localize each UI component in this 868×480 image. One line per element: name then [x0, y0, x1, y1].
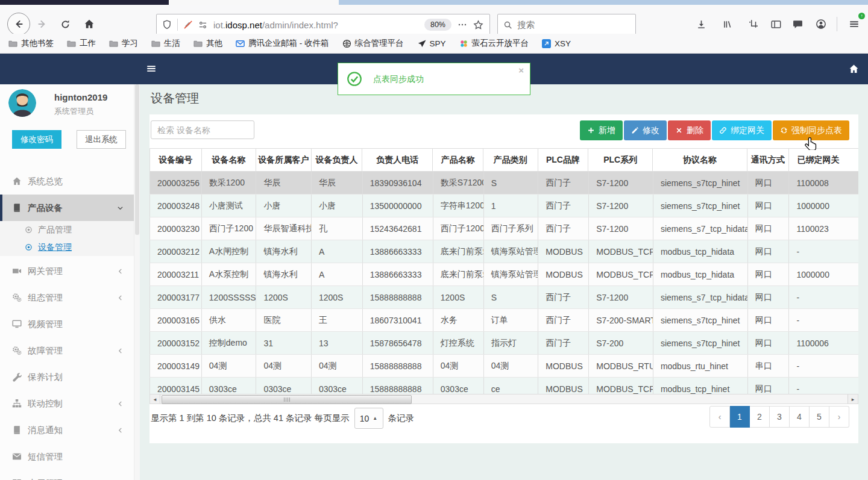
column-header[interactable]: 已绑定网关	[789, 149, 858, 172]
scrollbar-thumb[interactable]	[162, 395, 412, 404]
delete-button[interactable]: 删除	[668, 120, 711, 140]
table-row[interactable]: 200003212A水闸控制镇海水利A13886663333底来门前泵站镇海泵站…	[149, 240, 858, 263]
table-row[interactable]: 20000314904测04测04测1588888888804测04测MODBU…	[149, 355, 858, 378]
change-password-button[interactable]: 修改密码	[12, 130, 61, 149]
shield-icon[interactable]	[162, 20, 172, 30]
bookmark-item[interactable]: 生活	[151, 38, 180, 49]
chevron-left-icon	[116, 267, 124, 275]
table-cell: 18390936104	[363, 172, 433, 194]
column-header[interactable]: 产品名称	[433, 149, 483, 172]
sidebar-item-5[interactable]: 视频管理	[0, 311, 134, 337]
browser-toolbar: iot.idosp.net/admin/index.html? 80% 搜索 ↑	[0, 5, 868, 34]
bookmark-item[interactable]: 综合管理平台	[342, 38, 404, 49]
account-button[interactable]	[811, 14, 831, 34]
next-page-button[interactable]: ›	[829, 406, 849, 428]
screenshot-button[interactable]	[743, 14, 764, 34]
user-name: hignton2019	[54, 92, 107, 102]
column-header[interactable]: 协议名称	[653, 149, 747, 172]
column-header[interactable]: 负责人电话	[362, 149, 433, 172]
page-button-5[interactable]: 5	[810, 406, 829, 428]
table-row[interactable]: 200003230西门子1200华辰智通科技孔15243642681西门子120…	[149, 217, 858, 240]
library-icon	[722, 19, 732, 30]
sidebar-item-1[interactable]: 系统总览	[0, 168, 134, 195]
sidebar-item-9[interactable]: 消息通知	[0, 417, 134, 443]
downloads-button[interactable]	[691, 14, 711, 34]
sidebar-toggle-button[interactable]	[146, 63, 157, 74]
table-row[interactable]: 200003211A水泵控制镇海水利A13886663333底来门前泵站镇海泵站…	[149, 263, 858, 286]
library-button[interactable]	[717, 14, 737, 34]
sidebar-item-11[interactable]: 大屏管理	[0, 470, 134, 480]
sidebar-item-2[interactable]: 产品设备	[0, 195, 134, 221]
table-cell: 控制demo	[202, 332, 257, 354]
table-row[interactable]: 200003152控制demo311315878656478灯控系统指示灯西门子…	[149, 332, 858, 355]
table-cell: 供水	[202, 309, 257, 331]
page-button-4[interactable]: 4	[790, 406, 810, 428]
toast-close-icon[interactable]: ×	[518, 65, 524, 75]
page-size-select[interactable]: 10▲	[354, 408, 383, 429]
bookmark-item[interactable]: 其他书签	[8, 38, 54, 49]
bind-gateway-button[interactable]: 绑定网关	[712, 120, 772, 140]
avatar[interactable]	[8, 89, 36, 117]
permissions-icon[interactable]	[198, 20, 207, 30]
device-panel: 新增修改删除绑定网关强制同步点表 设备编号设备名称设备所属客户设备负责人负责人电…	[149, 114, 858, 443]
sidebar-panel-button[interactable]	[766, 14, 786, 34]
table-cell: -	[789, 309, 858, 331]
app-home-button[interactable]	[849, 64, 859, 74]
horizontal-scrollbar[interactable]: ◂ ▸	[149, 394, 858, 404]
column-header[interactable]: 产品类别	[483, 149, 538, 172]
page-actions-icon[interactable]	[458, 20, 467, 30]
column-header[interactable]: 设备负责人	[312, 149, 363, 172]
sidebar-item-6[interactable]: 故障管理	[0, 337, 134, 364]
bookmark-item[interactable]: SPY	[417, 39, 446, 48]
scroll-right-arrow[interactable]: ▸	[848, 394, 858, 404]
forward-button[interactable]	[31, 13, 53, 35]
page-button-1[interactable]: 1	[730, 406, 750, 428]
sidebar-item-8[interactable]: 联动控制	[0, 390, 134, 417]
sidebar-item-10[interactable]: 短信管理	[0, 443, 134, 470]
column-header[interactable]: 设备名称	[202, 149, 256, 172]
sidebar-subitem[interactable]: 产品管理	[0, 221, 134, 238]
sidebar-scrollbar[interactable]	[134, 84, 140, 480]
logout-button[interactable]: 退出系统	[77, 130, 126, 149]
sidebar-item-7[interactable]: 保养计划	[0, 364, 134, 390]
column-header[interactable]: 设备所属客户	[256, 149, 311, 172]
column-header[interactable]: PLC系列	[588, 149, 653, 172]
bookmark-item[interactable]: 学习	[109, 38, 138, 49]
prev-page-button[interactable]: ‹	[709, 406, 730, 428]
sidebar-subitem[interactable]: 设备管理	[0, 238, 134, 256]
edit-button[interactable]: 修改	[624, 120, 667, 140]
page-button-3[interactable]: 3	[770, 406, 790, 428]
sidebar-item-4[interactable]: 组态管理	[0, 284, 134, 311]
browser-home-button[interactable]	[78, 13, 100, 35]
column-header[interactable]: 设备编号	[149, 149, 202, 172]
scroll-left-arrow[interactable]: ◂	[150, 394, 160, 404]
blocked-pencil-icon[interactable]	[183, 20, 193, 30]
table-row[interactable]: 200003256数采1200华辰华辰18390936104数采S71200S西…	[149, 172, 858, 195]
sitemap-icon	[11, 399, 22, 408]
messages-button[interactable]	[787, 14, 808, 34]
add-button[interactable]: 新增	[580, 120, 623, 140]
table-row[interactable]: 200003248小唐测试小唐小唐13500000000字符串12001西门子S…	[149, 195, 858, 217]
table-row[interactable]: 200003165供水医院王18607310041水务订单西门子S7-200-S…	[149, 309, 858, 332]
table-row[interactable]: 2000031771200SSSSSS1200S1200S15888888888…	[149, 286, 858, 309]
bookmark-item[interactable]: 工作	[67, 38, 96, 49]
force-sync-button[interactable]: 强制同步点表	[773, 120, 849, 140]
bookmark-item[interactable]: XSY	[542, 39, 571, 48]
zoom-level-badge[interactable]: 80%	[424, 19, 451, 31]
bookmark-item[interactable]: 萤石云开放平台	[459, 38, 529, 49]
bookmark-item[interactable]: 腾讯企业邮箱 - 收件箱	[236, 38, 329, 49]
column-header[interactable]: PLC品牌	[538, 149, 589, 172]
scrollbar-thumb[interactable]	[135, 84, 139, 235]
bookmark-star-icon[interactable]	[473, 20, 483, 30]
column-header[interactable]: 通讯方式	[747, 149, 789, 172]
back-button[interactable]	[7, 13, 30, 36]
page-button-2[interactable]: 2	[750, 406, 770, 428]
table-cell: S7-1200	[589, 217, 653, 240]
reload-button[interactable]	[54, 13, 76, 35]
url-bar[interactable]: iot.idosp.net/admin/index.html? 80%	[156, 14, 490, 36]
sidebar-item-3[interactable]: 网关管理	[0, 258, 134, 284]
table-cell: modbus_tcp_hidata	[653, 240, 748, 263]
bookmark-item[interactable]: 其他	[193, 38, 222, 49]
device-search-input[interactable]	[151, 120, 254, 139]
browser-search-input[interactable]: 搜索	[497, 14, 636, 36]
